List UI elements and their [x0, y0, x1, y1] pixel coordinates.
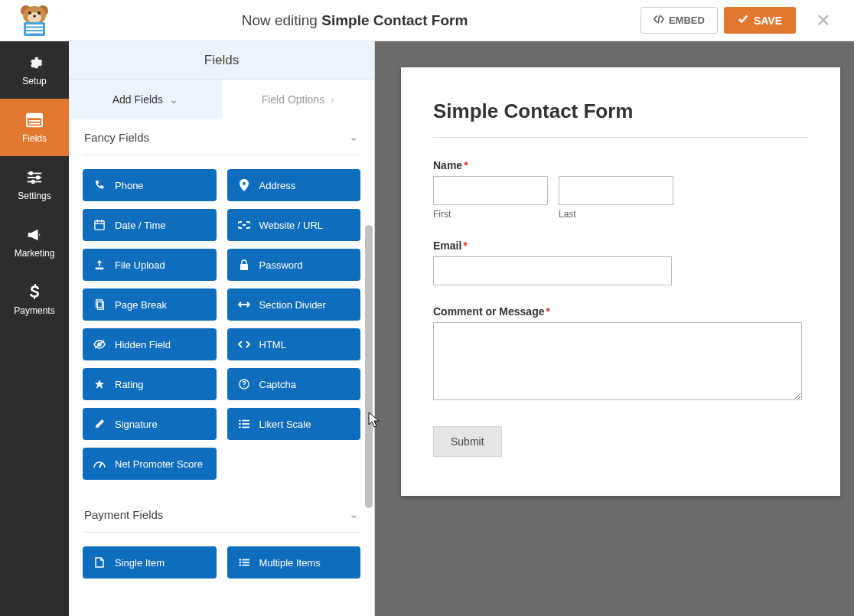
chevron-down-icon: ⌄	[169, 93, 178, 106]
svg-rect-13	[29, 120, 41, 122]
fancy-field-signature[interactable]: Signature	[83, 408, 217, 440]
field-button-label: Phone	[115, 180, 144, 191]
section-title: Fancy Fields	[84, 131, 149, 144]
section-payment-fields: Payment Fields ⌄ Single ItemMultiple Ite…	[69, 497, 374, 595]
field-button-label: File Upload	[115, 259, 165, 271]
fancy-field-hidden-field[interactable]: Hidden Field	[83, 328, 217, 360]
svg-point-16	[30, 171, 33, 174]
fields-panel: Fields Add Fields ⌄ Field Options › Fanc…	[69, 41, 375, 616]
svg-rect-12	[27, 113, 42, 118]
close-icon: ✕	[816, 10, 831, 31]
star-icon	[93, 379, 106, 389]
svg-rect-37	[239, 427, 241, 429]
last-name-input[interactable]	[559, 176, 673, 205]
email-input[interactable]	[433, 256, 672, 285]
svg-point-6	[33, 15, 36, 17]
save-button[interactable]: SAVE	[724, 7, 796, 34]
first-name-col: First	[433, 176, 548, 220]
fancy-field-file-upload[interactable]: File Upload	[83, 249, 217, 281]
comment-field-label: Comment or Message*	[433, 305, 808, 318]
scrollbar-thumb[interactable]	[365, 225, 373, 508]
fancy-field-net-promoter-score[interactable]: Net Promoter Score	[83, 448, 217, 480]
payment-field-multiple-items[interactable]: Multiple Items	[227, 546, 361, 579]
code-icon	[654, 14, 664, 27]
tab-add-fields[interactable]: Add Fields ⌄	[69, 80, 222, 119]
close-button[interactable]: ✕	[802, 10, 845, 31]
fancy-field-page-break[interactable]: Page Break	[83, 288, 217, 321]
sidebar-item-payments[interactable]: Payments	[0, 271, 69, 328]
phone-icon	[93, 180, 106, 191]
question-circle-icon	[238, 379, 250, 389]
main-body: Setup Fields Settings Marketing Payments…	[0, 41, 854, 616]
fields-panel-title: Fields	[69, 41, 374, 80]
comment-textarea[interactable]	[433, 322, 802, 400]
fancy-field-likert-scale[interactable]: Likert Scale	[227, 408, 361, 440]
field-button-label: Captcha	[259, 379, 296, 390]
sidebar-label: Marketing	[15, 248, 55, 259]
fancy-field-html[interactable]: HTML	[227, 328, 361, 360]
fancy-field-website-url[interactable]: Website / URL	[227, 209, 361, 241]
arrows-h-icon	[238, 301, 250, 308]
svg-point-18	[37, 176, 40, 179]
editing-prefix: Now editing	[242, 12, 318, 28]
svg-line-39	[99, 463, 102, 468]
sidebar-item-setup[interactable]: Setup	[0, 41, 69, 99]
sidebar-item-settings[interactable]: Settings	[0, 156, 69, 213]
field-button-label: Page Break	[115, 299, 167, 311]
svg-rect-14	[29, 122, 41, 124]
fancy-field-captcha[interactable]: Captcha	[227, 368, 361, 400]
sliders-icon	[26, 169, 43, 186]
form-preview-area: Simple Contact Form Name* First Last Ema…	[375, 41, 854, 616]
first-name-input[interactable]	[433, 176, 548, 205]
sidebar-nav: Setup Fields Settings Marketing Payments	[0, 41, 69, 616]
first-name-sublabel: First	[433, 209, 548, 220]
fields-tabs: Add Fields ⌄ Field Options ›	[69, 80, 374, 119]
required-asterisk: *	[464, 159, 468, 171]
upload-icon	[93, 259, 106, 270]
svg-point-4	[28, 11, 31, 15]
field-button-label: Rating	[115, 379, 144, 390]
fields-scroll-area[interactable]: Fancy Fields ⌄ PhoneAddressDate / TimeWe…	[69, 119, 374, 616]
list-icon	[238, 419, 250, 429]
fancy-field-phone[interactable]: Phone	[83, 169, 217, 201]
embed-label: EMBED	[669, 15, 705, 26]
field-button-label: Password	[259, 259, 303, 271]
svg-rect-10	[26, 31, 43, 34]
field-button-label: Single Item	[115, 557, 165, 569]
eye-slash-icon	[93, 340, 106, 349]
submit-button[interactable]: Submit	[433, 426, 502, 457]
app-logo	[0, 0, 69, 41]
section-header-fancy[interactable]: Fancy Fields ⌄	[83, 119, 360, 155]
embed-button[interactable]: EMBED	[640, 7, 718, 34]
scrollbar[interactable]	[363, 41, 374, 616]
tab-label: Field Options	[262, 93, 324, 106]
svg-rect-43	[242, 562, 249, 563]
name-field-label: Name*	[433, 159, 808, 171]
sidebar-item-fields[interactable]: Fields	[0, 99, 69, 156]
fancy-field-address[interactable]: Address	[227, 169, 361, 201]
fancy-field-password[interactable]: Password	[227, 249, 361, 281]
svg-point-32	[243, 386, 244, 387]
section-header-payment[interactable]: Payment Fields ⌄	[83, 497, 360, 533]
fancy-field-section-divider[interactable]: Section Divider	[227, 288, 361, 321]
tab-field-options[interactable]: Field Options ›	[222, 80, 375, 119]
fancy-field-rating[interactable]: Rating	[83, 368, 217, 400]
chevron-right-icon: ›	[331, 93, 334, 106]
list-ul-icon	[238, 558, 250, 567]
top-header: Now editing Simple Contact Form EMBED SA…	[0, 0, 854, 41]
fancy-field-date-time[interactable]: Date / Time	[83, 209, 217, 241]
svg-rect-25	[240, 264, 248, 270]
payment-field-single-item[interactable]: Single Item	[83, 546, 217, 579]
form-preview-title: Simple Contact Form	[433, 99, 808, 123]
form-icon	[26, 112, 43, 129]
svg-rect-9	[26, 28, 43, 30]
field-button-label: Likert Scale	[259, 419, 311, 430]
svg-rect-38	[242, 427, 249, 429]
field-button-label: Section Divider	[259, 299, 326, 311]
last-name-sublabel: Last	[559, 209, 673, 220]
calendar-icon	[93, 220, 106, 230]
sidebar-item-marketing[interactable]: Marketing	[0, 213, 69, 271]
header-actions: EMBED SAVE ✕	[640, 7, 854, 34]
field-button-label: HTML	[259, 339, 286, 350]
dollar-icon	[26, 284, 43, 301]
